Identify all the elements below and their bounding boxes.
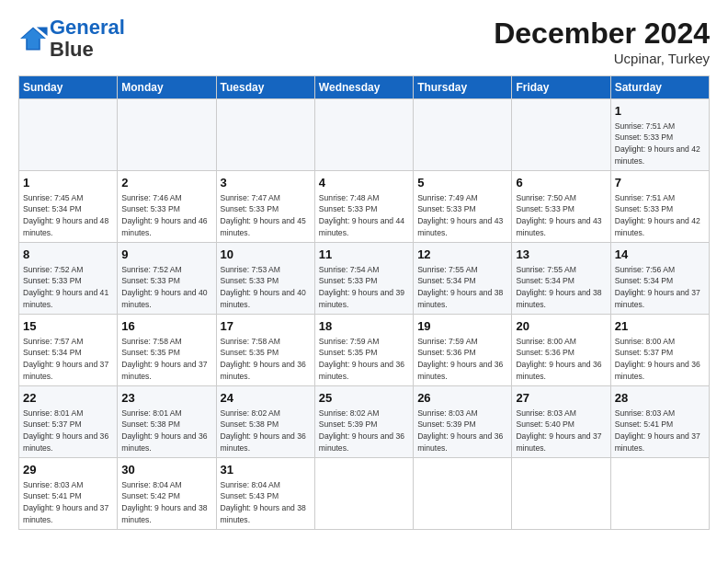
day-cell-6: 6Sunrise: 7:50 AMSunset: 5:33 PMDaylight… xyxy=(512,171,610,243)
empty-cell xyxy=(118,99,216,171)
col-header-wednesday: Wednesday xyxy=(314,76,413,99)
day-cell-30: 30Sunrise: 8:04 AMSunset: 5:42 PMDayligh… xyxy=(118,458,216,530)
day-cell-9: 9Sunrise: 7:52 AMSunset: 5:33 PMDaylight… xyxy=(118,243,216,315)
day-cell-11: 11Sunrise: 7:54 AMSunset: 5:33 PMDayligh… xyxy=(314,243,413,315)
logo-name: GeneralBlue xyxy=(50,17,125,61)
col-header-monday: Monday xyxy=(118,76,216,99)
day-cell-1: 1Sunrise: 7:45 AMSunset: 5:34 PMDaylight… xyxy=(19,171,118,243)
calendar-week-3: 15Sunrise: 7:57 AMSunset: 5:34 PMDayligh… xyxy=(19,315,710,386)
col-header-saturday: Saturday xyxy=(610,76,709,99)
logo: GeneralBlue xyxy=(18,17,125,61)
day-cell-26: 26Sunrise: 8:03 AMSunset: 5:39 PMDayligh… xyxy=(414,386,512,458)
day-cell-31: 31Sunrise: 8:04 AMSunset: 5:43 PMDayligh… xyxy=(216,458,314,530)
day-cell-8: 8Sunrise: 7:52 AMSunset: 5:33 PMDaylight… xyxy=(19,243,118,315)
logo-icon xyxy=(18,26,48,52)
title-block: December 2024 Ucpinar, Turkey xyxy=(494,17,710,66)
day-cell-7: 7Sunrise: 7:51 AMSunset: 5:33 PMDaylight… xyxy=(610,171,709,243)
header: GeneralBlue December 2024 Ucpinar, Turke… xyxy=(18,17,710,66)
calendar-week-5: 29Sunrise: 8:03 AMSunset: 5:41 PMDayligh… xyxy=(19,458,710,530)
location: Ucpinar, Turkey xyxy=(494,51,710,66)
day-cell-3: 3Sunrise: 7:47 AMSunset: 5:33 PMDaylight… xyxy=(216,171,314,243)
month-title: December 2024 xyxy=(494,17,710,51)
col-header-thursday: Thursday xyxy=(414,76,512,99)
empty-cell xyxy=(512,458,610,530)
day-cell-27: 27Sunrise: 8:03 AMSunset: 5:40 PMDayligh… xyxy=(512,386,610,458)
empty-cell xyxy=(216,99,314,171)
empty-cell xyxy=(19,99,118,171)
day-cell-12: 12Sunrise: 7:55 AMSunset: 5:34 PMDayligh… xyxy=(414,243,512,315)
col-header-tuesday: Tuesday xyxy=(216,76,314,99)
calendar-page: GeneralBlue December 2024 Ucpinar, Turke… xyxy=(0,0,728,563)
day-cell-22: 22Sunrise: 8:01 AMSunset: 5:37 PMDayligh… xyxy=(19,386,118,458)
day-cell-28: 28Sunrise: 8:03 AMSunset: 5:41 PMDayligh… xyxy=(610,386,709,458)
day-cell-20: 20Sunrise: 8:00 AMSunset: 5:36 PMDayligh… xyxy=(512,315,610,386)
day-cell-14: 14Sunrise: 7:56 AMSunset: 5:34 PMDayligh… xyxy=(610,243,709,315)
day-cell-15: 15Sunrise: 7:57 AMSunset: 5:34 PMDayligh… xyxy=(19,315,118,386)
day-cell-25: 25Sunrise: 8:02 AMSunset: 5:39 PMDayligh… xyxy=(314,386,413,458)
calendar-week-0: 1Sunrise: 7:51 AMSunset: 5:33 PMDaylight… xyxy=(19,99,710,171)
day-cell-2: 2Sunrise: 7:46 AMSunset: 5:33 PMDaylight… xyxy=(118,171,216,243)
day-cell-29: 29Sunrise: 8:03 AMSunset: 5:41 PMDayligh… xyxy=(19,458,118,530)
day-cell-16: 16Sunrise: 7:58 AMSunset: 5:35 PMDayligh… xyxy=(118,315,216,386)
day-cell-1: 1Sunrise: 7:51 AMSunset: 5:33 PMDaylight… xyxy=(610,99,709,171)
day-cell-5: 5Sunrise: 7:49 AMSunset: 5:33 PMDaylight… xyxy=(414,171,512,243)
empty-cell xyxy=(414,99,512,171)
day-header-row: SundayMondayTuesdayWednesdayThursdayFrid… xyxy=(19,76,710,99)
col-header-sunday: Sunday xyxy=(19,76,118,99)
day-cell-18: 18Sunrise: 7:59 AMSunset: 5:35 PMDayligh… xyxy=(314,315,413,386)
day-cell-4: 4Sunrise: 7:48 AMSunset: 5:33 PMDaylight… xyxy=(314,171,413,243)
day-cell-19: 19Sunrise: 7:59 AMSunset: 5:36 PMDayligh… xyxy=(414,315,512,386)
day-cell-21: 21Sunrise: 8:00 AMSunset: 5:37 PMDayligh… xyxy=(610,315,709,386)
empty-cell xyxy=(512,99,610,171)
calendar-week-4: 22Sunrise: 8:01 AMSunset: 5:37 PMDayligh… xyxy=(19,386,710,458)
calendar-week-1: 1Sunrise: 7:45 AMSunset: 5:34 PMDaylight… xyxy=(19,171,710,243)
col-header-friday: Friday xyxy=(512,76,610,99)
calendar-table: SundayMondayTuesdayWednesdayThursdayFrid… xyxy=(18,75,710,530)
svg-marker-1 xyxy=(22,29,45,49)
day-cell-13: 13Sunrise: 7:55 AMSunset: 5:34 PMDayligh… xyxy=(512,243,610,315)
day-cell-10: 10Sunrise: 7:53 AMSunset: 5:33 PMDayligh… xyxy=(216,243,314,315)
empty-cell xyxy=(314,99,413,171)
calendar-week-2: 8Sunrise: 7:52 AMSunset: 5:33 PMDaylight… xyxy=(19,243,710,315)
empty-cell xyxy=(314,458,413,530)
day-cell-23: 23Sunrise: 8:01 AMSunset: 5:38 PMDayligh… xyxy=(118,386,216,458)
empty-cell xyxy=(610,458,709,530)
day-cell-17: 17Sunrise: 7:58 AMSunset: 5:35 PMDayligh… xyxy=(216,315,314,386)
empty-cell xyxy=(414,458,512,530)
day-cell-24: 24Sunrise: 8:02 AMSunset: 5:38 PMDayligh… xyxy=(216,386,314,458)
